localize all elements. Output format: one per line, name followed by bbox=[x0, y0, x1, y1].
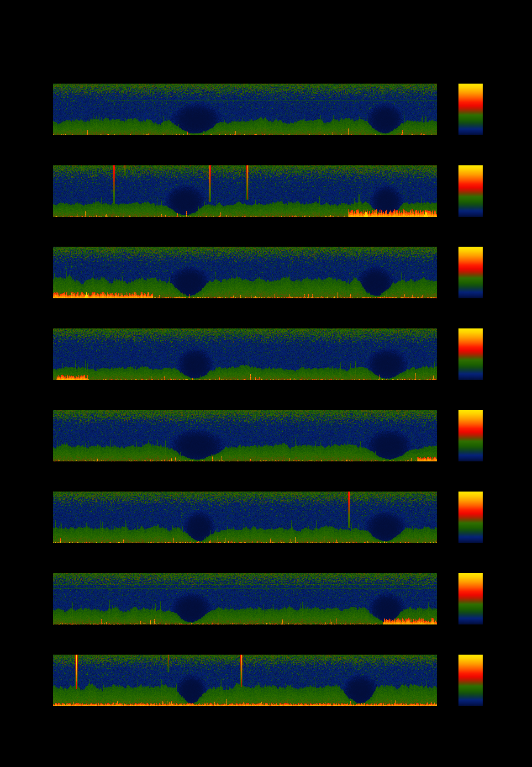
colorbar-2 bbox=[458, 165, 483, 217]
spectrogram-panel-8 bbox=[53, 655, 437, 706]
colorbar-3 bbox=[458, 247, 483, 298]
spectrogram-panel-3 bbox=[53, 247, 437, 298]
spectrogram-figure bbox=[0, 0, 532, 767]
spectrogram-panel-7 bbox=[53, 573, 437, 624]
spectrogram-panel-5 bbox=[53, 410, 437, 461]
colorbar-6 bbox=[458, 492, 483, 543]
colorbar-1 bbox=[458, 84, 483, 135]
spectrogram-panel-2 bbox=[53, 165, 437, 217]
spectrogram-panel-1 bbox=[53, 84, 437, 135]
colorbar-7 bbox=[458, 573, 483, 624]
spectrogram-panel-6 bbox=[53, 492, 437, 543]
spectrogram-panel-4 bbox=[53, 328, 437, 380]
colorbar-5 bbox=[458, 410, 483, 461]
colorbar-8 bbox=[458, 655, 483, 706]
colorbar-4 bbox=[458, 328, 483, 380]
